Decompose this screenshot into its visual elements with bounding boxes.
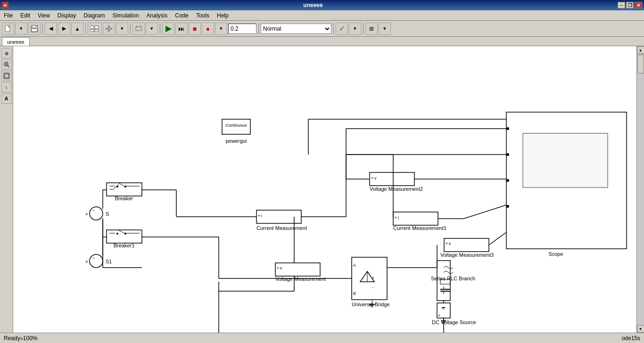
svg-text:v: v (86, 259, 88, 264)
lt-select-tool[interactable]: ⊕ (1, 48, 12, 58)
menu-analysis[interactable]: Analysis (143, 10, 172, 20)
restore-button[interactable]: ❐ (626, 2, 634, 8)
settings-dropdown[interactable]: ▾ (116, 23, 128, 35)
titlebar-title: uneeee (8, 2, 618, 8)
record-dropdown[interactable]: ▾ (215, 23, 227, 35)
svg-point-106 (506, 179, 509, 182)
menu-edit[interactable]: Edit (17, 10, 34, 20)
svg-text:Series RLC Branch: Series RLC Branch (431, 276, 475, 281)
nav-up-button[interactable]: ▲ (71, 23, 83, 35)
record-button[interactable]: ● (202, 23, 214, 35)
menu-display[interactable]: Display (54, 10, 80, 20)
svg-point-104 (506, 127, 509, 130)
menu-view[interactable]: View (34, 10, 54, 20)
lt-zoom-tool[interactable] (1, 59, 12, 70)
solver-label: ode15s (622, 335, 640, 342)
lt-annotation-tool[interactable]: A (1, 93, 12, 104)
toolbar: ▾ ◀ ▶ ▲ ▾ (0, 21, 644, 37)
svg-text:B: B (353, 291, 356, 296)
scroll-thumb[interactable] (637, 55, 644, 74)
diagram-svg: Continuous powergui ~ v S ~ v S1 Breaker (13, 46, 636, 333)
right-scrollbar[interactable]: ▲ ▼ (636, 46, 644, 333)
svg-text:+: + (438, 313, 440, 318)
new-dropdown[interactable]: ▾ (15, 23, 27, 35)
scroll-up-button[interactable]: ▲ (637, 46, 644, 54)
left-toolbar: ⊕ ↕ A (0, 46, 13, 333)
svg-rect-21 (5, 74, 8, 78)
check-dropdown[interactable]: ▾ (349, 23, 361, 35)
nav-back-button[interactable]: ◀ (45, 23, 57, 35)
check-button[interactable]: ✓ (336, 23, 348, 35)
svg-text:v: v (374, 176, 377, 180)
svg-text:Voltage Measurement2: Voltage Measurement2 (370, 186, 423, 192)
stop-button[interactable]: ■ (189, 23, 201, 35)
diagram-canvas[interactable]: Continuous powergui ~ v S ~ v S1 Breaker (13, 46, 636, 333)
lt-nav-tool[interactable]: ↕ (1, 82, 12, 92)
svg-text:DC Voltage Source: DC Voltage Source (432, 319, 476, 325)
close-button[interactable]: ✕ (635, 2, 642, 8)
svg-text:~: ~ (92, 208, 95, 213)
svg-point-10 (108, 31, 110, 32)
menu-file[interactable]: File (0, 10, 17, 20)
svg-rect-61 (393, 212, 438, 225)
debug-button[interactable] (132, 23, 145, 35)
svg-text:powergui: powergui (226, 138, 247, 144)
menu-diagram[interactable]: Diagram (80, 10, 108, 20)
svg-point-8 (107, 27, 110, 30)
step-button[interactable]: ⏭ (175, 23, 188, 35)
save-button[interactable] (28, 23, 41, 35)
menu-simulation[interactable]: Simulation (109, 10, 143, 20)
sim-mode-select[interactable]: Normal Accelerator Rapid Accelerator (261, 24, 331, 34)
svg-rect-3 (32, 29, 37, 32)
scroll-down-button[interactable]: ▼ (637, 325, 644, 333)
nav-fwd-button[interactable]: ▶ (58, 23, 70, 35)
sim-time-input[interactable]: 0.2 (228, 24, 256, 34)
minimize-button[interactable]: ─ (618, 2, 625, 8)
svg-text:Scope: Scope (548, 251, 563, 257)
new-button[interactable] (2, 23, 14, 35)
menu-code[interactable]: Code (171, 10, 192, 20)
svg-point-12 (111, 28, 113, 29)
menubar: File Edit View Display Diagram Simulatio… (0, 10, 644, 21)
svg-point-11 (106, 28, 107, 29)
svg-point-38 (124, 186, 126, 188)
status-text: Ready (4, 335, 20, 342)
settings-button[interactable] (103, 23, 115, 35)
svg-text:Voltage Measurement: Voltage Measurement (275, 276, 326, 282)
svg-text:Current Measurement: Current Measurement (256, 225, 307, 231)
svg-point-9 (108, 25, 110, 26)
library-button[interactable] (88, 23, 102, 35)
svg-text:+: + (372, 276, 374, 280)
svg-point-105 (506, 153, 509, 156)
svg-text:+: + (446, 241, 448, 246)
svg-text:i: i (398, 215, 399, 220)
main-area: ⊕ ↕ A Continuous powergui ~ (0, 46, 644, 333)
svg-text:A: A (353, 263, 356, 268)
svg-point-47 (124, 233, 126, 235)
scroll-track[interactable] (637, 54, 644, 325)
svg-point-29 (90, 254, 103, 268)
svg-text:S: S (106, 211, 109, 217)
separator-1 (42, 23, 43, 34)
tab-uneeee[interactable]: uneeee (2, 37, 30, 46)
lt-fitview-tool[interactable] (1, 71, 12, 81)
run-button[interactable]: ▶ (162, 23, 174, 35)
separator-2 (85, 23, 86, 34)
display-dropdown[interactable]: ▾ (146, 23, 158, 35)
svg-rect-4 (90, 26, 94, 29)
grid-button[interactable]: ⊞ (365, 23, 378, 35)
svg-rect-42 (107, 230, 142, 243)
menu-tools[interactable]: Tools (192, 10, 213, 20)
svg-text:v: v (86, 212, 88, 216)
zoom-level: 100% (23, 335, 38, 342)
svg-text:+: + (395, 215, 397, 220)
svg-line-130 (489, 232, 506, 245)
svg-text:Breaker1: Breaker1 (114, 243, 135, 248)
grid-dropdown[interactable]: ▾ (379, 23, 391, 35)
svg-rect-6 (90, 30, 94, 32)
menu-help[interactable]: Help (213, 10, 232, 20)
svg-point-107 (506, 205, 509, 208)
separator-5 (258, 23, 259, 34)
svg-text:v: v (449, 241, 451, 246)
svg-point-46 (116, 233, 118, 235)
